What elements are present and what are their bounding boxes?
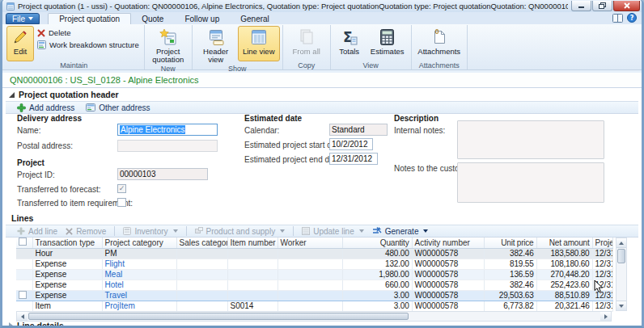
table-row[interactable]: Expense Hotel 660.00 W00000578 382.46 25… [16,280,612,290]
section-header-quotation[interactable]: Project quotation header [6,88,638,101]
col-sales-category[interactable]: Sales category [176,238,227,248]
cell-activity-number[interactable]: W00000578 [412,280,484,290]
file-menu-button[interactable]: File [6,13,40,24]
cell-unit-price[interactable]: 136.59 [484,269,536,280]
edit-button[interactable]: Edit [6,26,34,61]
scroll-left-button[interactable] [17,312,28,321]
col-project[interactable]: Projec [592,238,612,248]
scroll-right-button[interactable] [600,312,611,321]
cell-activity-number[interactable]: W00000578 [412,259,484,269]
col-unit-price[interactable]: Unit price [484,238,536,248]
cell-quantity[interactable]: 3.00 [342,301,412,311]
horizontal-scrollbar[interactable] [16,311,612,322]
line-view-button[interactable]: Line view [238,26,280,61]
col-item-number[interactable]: Item number [227,238,278,248]
cell-quantity[interactable]: 480.00 [342,248,412,259]
section-header-lines[interactable]: Lines [6,212,638,225]
table-row[interactable]: Item ProjItem S0014 3.00 W00000578 6,773… [16,301,612,311]
col-quantity[interactable]: Quantity [342,238,412,248]
cell-quantity[interactable]: 132.00 [342,259,412,269]
table-row[interactable]: Expense Meal 1,980.00 W00000578 136.59 2… [16,269,612,280]
cell-worker[interactable] [278,280,342,290]
totals-button[interactable]: Σ Totals [333,26,366,61]
scroll-up-button[interactable] [616,238,626,248]
cell-net-amount[interactable]: 270,448.20 [536,269,592,280]
select-all-header[interactable] [16,238,32,248]
book-icon[interactable] [612,14,623,23]
cell-activity-number[interactable]: W00000578 [412,269,484,280]
cell-item-number[interactable] [227,259,278,269]
cell-project-category-link[interactable]: Meal [102,269,176,280]
cell-worker[interactable] [278,301,342,311]
row-selector[interactable] [16,301,32,311]
row-selector[interactable] [16,290,32,301]
col-worker[interactable]: Worker [278,238,342,248]
cell-net-amount[interactable]: 20,321.46 [536,301,592,311]
customer-notes-field[interactable] [457,162,604,203]
project-quotation-new-button[interactable]: Project quotation [147,26,189,65]
attachments-button[interactable]: Attachments [414,26,464,61]
cell-sales-category[interactable] [176,290,227,301]
cell-worker[interactable] [278,269,342,280]
cell-net-amount[interactable]: 108,180.60 [536,259,592,269]
cell-unit-price[interactable]: 819.55 [484,259,536,269]
cell-project-category-link[interactable]: ProjItem [102,301,176,311]
cell-sales-category[interactable] [176,259,227,269]
col-transaction-type[interactable]: Transaction type [32,238,102,248]
title-bar[interactable]: Project quotation (1 - ussi) - Quotation… [2,0,642,12]
tab-project-quotation[interactable]: Project quotation [48,13,131,24]
cell-net-amount[interactable]: 252,423.60 [536,280,592,290]
cell-activity-number[interactable]: W00000578 [412,290,484,301]
cell-worker[interactable] [278,259,342,269]
cell-item-number[interactable]: S0014 [227,301,278,311]
table-row[interactable]: Hour PM 480.00 W00000578 382.46 183,580.… [16,248,612,259]
vertical-scroll-thumb[interactable] [617,249,625,263]
cell-project[interactable]: 12/31 [592,248,612,259]
cell-project-category-link[interactable]: Hotel [102,280,176,290]
header-view-button[interactable]: Header view [195,26,237,65]
cell-transaction-type[interactable]: Expense [32,269,102,280]
other-address-button[interactable]: Other address [86,103,150,112]
help-icon[interactable]: ? [627,13,637,23]
cell-sales-category[interactable] [176,280,227,290]
row-selector[interactable] [16,259,32,269]
cell-unit-price[interactable]: 6,773.82 [484,301,536,311]
cell-project[interactable]: 12/31 [592,280,612,290]
row-selector[interactable] [16,280,32,290]
project-id-field[interactable]: 00000103 [117,168,208,180]
cell-transaction-type[interactable]: Expense [32,280,102,290]
cell-quantity[interactable]: 660.00 [342,280,412,290]
cell-net-amount[interactable]: 88,510.89 [536,290,592,301]
estimates-button[interactable]: Estimates [366,26,409,61]
cell-item-number[interactable] [227,248,278,259]
cell-unit-price[interactable]: 29,503.63 [484,290,536,301]
select-all-checkbox[interactable] [19,238,27,246]
cell-worker[interactable] [278,290,342,301]
cell-transaction-type[interactable]: Item [32,301,102,311]
table-row[interactable]: Expense Travel 3.00 W00000578 29,503.63 … [16,290,612,301]
restore-button[interactable] [592,1,612,11]
start-date-field[interactable]: 10/2/2012 [329,138,373,150]
close-button[interactable] [613,1,640,11]
cell-sales-category[interactable] [176,269,227,280]
cell-transaction-type[interactable]: Expense [32,259,102,269]
cell-project[interactable]: 12/31 [592,269,612,280]
cell-unit-price[interactable]: 382.46 [484,248,536,259]
cell-transaction-type[interactable]: Expense [32,290,102,301]
cell-activity-number[interactable]: W00000578 [412,301,484,311]
end-date-field[interactable]: 12/31/2012 [329,153,378,165]
row-selector[interactable] [16,248,32,259]
cell-sales-category[interactable] [176,301,227,311]
cell-worker[interactable] [278,248,342,259]
cell-unit-price[interactable]: 382.46 [484,280,536,290]
cell-project-category[interactable]: PM [102,248,176,259]
name-field[interactable]: Alpine Electronics [117,124,218,136]
work-breakdown-structure-button[interactable]: Work breakdown structure [35,40,142,50]
add-address-button[interactable]: Add address [17,103,74,112]
cell-project[interactable]: 12/31 [592,290,612,301]
generate-menu-button[interactable]: Generate [372,227,429,236]
internal-notes-field[interactable] [457,120,604,159]
row-checkbox[interactable] [19,291,27,299]
horizontal-scroll-thumb[interactable] [28,313,409,320]
delete-button[interactable]: Delete [35,27,142,38]
